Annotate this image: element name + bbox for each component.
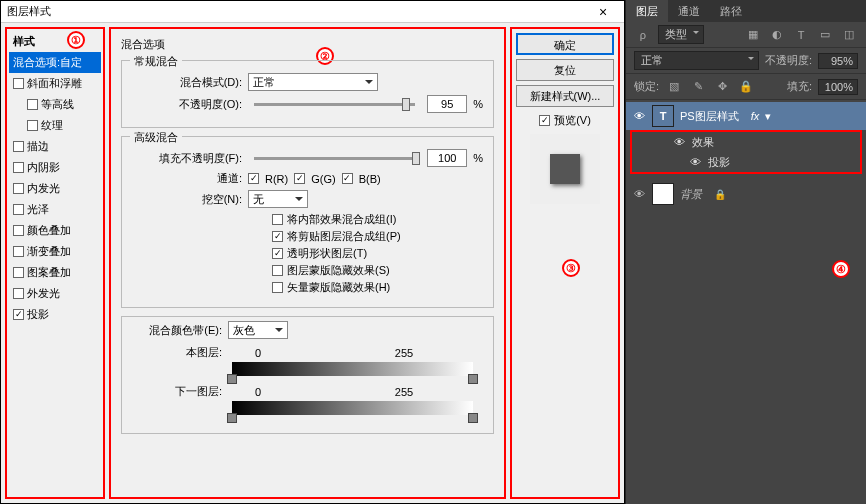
style-satin[interactable]: 光泽 <box>9 199 101 220</box>
reset-button[interactable]: 复位 <box>516 59 614 81</box>
annotation-4: ④ <box>832 260 850 278</box>
layer-text[interactable]: 👁 T PS图层样式 fx ▾ <box>626 102 866 130</box>
preview-swatch <box>530 134 600 204</box>
filter-image-icon[interactable]: ▦ <box>744 26 762 44</box>
under-layer-label: 下一图层: <box>132 384 222 399</box>
advanced-legend: 高级混合 <box>130 130 182 145</box>
style-bevel[interactable]: 斜面和浮雕 <box>9 73 101 94</box>
filter-adjust-icon[interactable]: ◐ <box>768 26 786 44</box>
layers-panel: 图层 通道 路径 ρ 类型 ▦ ◐ T ▭ ◫ 正常 不透明度: 95% 锁定:… <box>625 0 866 504</box>
layer-name: PS图层样式 <box>680 109 739 124</box>
type-layer-thumb: T <box>652 105 674 127</box>
eye-icon[interactable]: 👁 <box>632 188 646 200</box>
dialog-title: 图层样式 <box>7 4 588 19</box>
buttons-column: 确定 复位 新建样式(W)... 预览(V) ③ <box>510 27 620 499</box>
style-color-overlay[interactable]: 颜色叠加 <box>9 220 101 241</box>
channel-r-check[interactable] <box>248 173 259 184</box>
preview-label: 预览(V) <box>554 113 591 128</box>
tab-paths[interactable]: 路径 <box>710 0 752 22</box>
channel-b-check[interactable] <box>342 173 353 184</box>
style-drop-shadow[interactable]: 投影 <box>9 304 101 325</box>
layers-list: 👁 T PS图层样式 fx ▾ ④ 👁 效果 👁 投影 👁 背景 🔒 <box>626 100 866 504</box>
style-stroke[interactable]: 描边 <box>9 136 101 157</box>
effects-row[interactable]: 👁 效果 <box>632 132 860 152</box>
layer-style-dialog: 图层样式 × ① 样式 混合选项:自定 斜面和浮雕 等高线 纹理 描边 内阴影 … <box>0 0 625 504</box>
drop-shadow-row[interactable]: 👁 投影 <box>632 152 860 172</box>
lock-paint-icon[interactable]: ✎ <box>689 78 707 96</box>
eye-icon[interactable]: 👁 <box>672 136 686 148</box>
vector-mask-check[interactable] <box>272 282 283 293</box>
panel-fill-value[interactable]: 100% <box>818 79 858 95</box>
blend-if-group: 混合颜色带(E): 灰色 本图层: 0 255 下一图层: 0 255 <box>121 316 494 434</box>
lock-all-icon[interactable]: 🔒 <box>737 78 755 96</box>
style-inner-glow[interactable]: 内发光 <box>9 178 101 199</box>
layer-background[interactable]: 👁 背景 🔒 <box>626 180 866 208</box>
styles-header: 样式 <box>9 31 101 52</box>
filter-kind-select[interactable]: 类型 <box>658 25 704 44</box>
preview-check[interactable] <box>539 115 550 126</box>
blend-if-select[interactable]: 灰色 <box>228 321 288 339</box>
blend-mode-panel-select[interactable]: 正常 <box>634 51 759 70</box>
options-column: ② 混合选项 常规混合 混合模式(D): 正常 不透明度(O): 95 % 高级… <box>109 27 506 499</box>
close-icon[interactable]: × <box>588 4 618 20</box>
knockout-label: 挖空(N): <box>132 192 242 207</box>
panel-opacity-label: 不透明度: <box>765 53 812 68</box>
annotation-3: ③ <box>562 259 580 277</box>
fill-opacity-label: 填充不透明度(F): <box>132 151 242 166</box>
style-gradient-overlay[interactable]: 渐变叠加 <box>9 241 101 262</box>
annotation-1: ① <box>67 31 85 49</box>
lock-transparency-icon[interactable]: ▧ <box>665 78 683 96</box>
options-title: 混合选项 <box>121 35 494 56</box>
new-style-button[interactable]: 新建样式(W)... <box>516 85 614 107</box>
blend-interior-check[interactable] <box>272 214 283 225</box>
this-layer-label: 本图层: <box>132 345 222 360</box>
lock-position-icon[interactable]: ✥ <box>713 78 731 96</box>
ok-button[interactable]: 确定 <box>516 33 614 55</box>
opacity-value[interactable]: 95 <box>427 95 467 113</box>
channel-g-check[interactable] <box>294 173 305 184</box>
eye-icon[interactable]: 👁 <box>632 110 646 122</box>
channel-label: 通道: <box>132 171 242 186</box>
fx-badge[interactable]: fx <box>751 110 760 122</box>
opacity-slider[interactable] <box>254 103 415 106</box>
effects-group: ④ 👁 效果 👁 投影 <box>630 130 862 174</box>
style-pattern-overlay[interactable]: 图案叠加 <box>9 262 101 283</box>
layer-name: 背景 <box>680 187 702 202</box>
search-icon[interactable]: ρ <box>634 26 652 44</box>
panel-tabs: 图层 通道 路径 <box>626 0 866 22</box>
tab-layers[interactable]: 图层 <box>626 0 668 22</box>
lock-label: 锁定: <box>634 79 659 94</box>
tab-channels[interactable]: 通道 <box>668 0 710 22</box>
style-outer-glow[interactable]: 外发光 <box>9 283 101 304</box>
blend-mode-select[interactable]: 正常 <box>248 73 378 91</box>
filter-smart-icon[interactable]: ◫ <box>840 26 858 44</box>
blend-mode-label: 混合模式(D): <box>132 75 242 90</box>
styles-list-column: ① 样式 混合选项:自定 斜面和浮雕 等高线 纹理 描边 内阴影 内发光 光泽 … <box>5 27 105 499</box>
lock-icon: 🔒 <box>714 189 726 200</box>
knockout-select[interactable]: 无 <box>248 190 308 208</box>
under-layer-gradient[interactable] <box>232 401 473 415</box>
style-blend-options[interactable]: 混合选项:自定 <box>9 52 101 73</box>
eye-icon[interactable]: 👁 <box>688 156 702 168</box>
style-contour[interactable]: 等高线 <box>9 94 101 115</box>
blend-clipped-check[interactable] <box>272 231 283 242</box>
layer-mask-check[interactable] <box>272 265 283 276</box>
fill-opacity-value[interactable]: 100 <box>427 149 467 167</box>
blend-if-label: 混合颜色带(E): <box>132 323 222 338</box>
opacity-label: 不透明度(O): <box>132 97 242 112</box>
titlebar: 图层样式 × <box>1 1 624 23</box>
fill-label: 填充: <box>787 79 812 94</box>
style-inner-shadow[interactable]: 内阴影 <box>9 157 101 178</box>
panel-opacity-value[interactable]: 95% <box>818 53 858 69</box>
this-layer-gradient[interactable] <box>232 362 473 376</box>
transparency-check[interactable] <box>272 248 283 259</box>
advanced-blend-group: 高级混合 填充不透明度(F): 100 % 通道: R(R) G(G) B(B)… <box>121 136 494 308</box>
bg-layer-thumb <box>652 183 674 205</box>
filter-shape-icon[interactable]: ▭ <box>816 26 834 44</box>
style-texture[interactable]: 纹理 <box>9 115 101 136</box>
chevron-down-icon[interactable]: ▾ <box>765 110 771 123</box>
fill-opacity-slider[interactable] <box>254 157 415 160</box>
general-legend: 常规混合 <box>130 54 182 69</box>
filter-type-icon[interactable]: T <box>792 26 810 44</box>
general-blend-group: 常规混合 混合模式(D): 正常 不透明度(O): 95 % <box>121 60 494 128</box>
